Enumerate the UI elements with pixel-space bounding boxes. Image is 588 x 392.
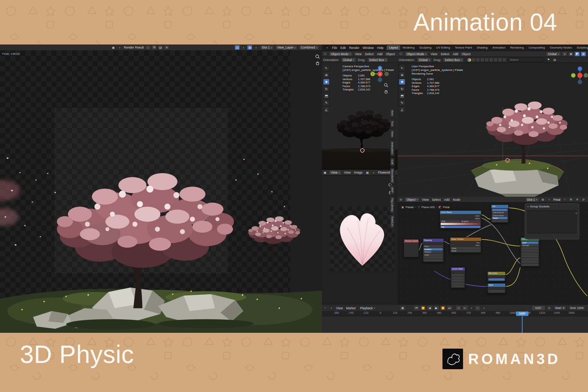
- sync-icon[interactable]: [475, 306, 480, 311]
- node-noise-texture[interactable]: Noise Texture Fac Color Scale Detail: [450, 237, 481, 253]
- node-mix-color[interactable]: Mix Color: [487, 271, 506, 282]
- jump-to-end-button[interactable]: [447, 305, 453, 311]
- tool-button[interactable]: ↖: [323, 65, 330, 71]
- workspace-tab[interactable]: Animation: [490, 45, 508, 50]
- view-menu[interactable]: View: [429, 52, 439, 56]
- node-view-menu[interactable]: View: [420, 198, 430, 202]
- color-wheel-icon[interactable]: [467, 58, 471, 62]
- tool-button[interactable]: ↻: [399, 86, 405, 92]
- pan-hand-icon[interactable]: [315, 60, 320, 66]
- node-math[interactable]: Math: [487, 283, 506, 293]
- proportional-edit-icon[interactable]: [568, 51, 574, 57]
- collapse-icon[interactable]: [527, 205, 528, 208]
- next-keyframe-button[interactable]: [440, 305, 446, 311]
- timeline-view-menu[interactable]: View: [334, 306, 344, 310]
- tool-button[interactable]: ↖: [399, 65, 405, 71]
- sidebar-tab[interactable]: Edit: [390, 157, 395, 167]
- sidebar-tab[interactable]: View: [390, 129, 395, 139]
- blender-menu-dropdown[interactable]: [325, 45, 330, 50]
- new-image-icon[interactable]: [151, 45, 157, 50]
- sidebar-tab[interactable]: Animation: [390, 140, 395, 156]
- image-mode-dropdown[interactable]: View: [329, 170, 341, 175]
- sidebar-tab[interactable]: RANCH: [390, 214, 395, 229]
- mode-dropdown[interactable]: Object Mode: [329, 51, 352, 57]
- tool-button[interactable]: ⬒: [323, 93, 330, 99]
- image-editor-canvas[interactable]: [322, 175, 398, 305]
- wireframe-icon[interactable]: [476, 58, 480, 62]
- image-datablock-dropdown[interactable]: [371, 170, 376, 175]
- prev-frame-button[interactable]: [455, 305, 462, 311]
- overlay-toggle-icon[interactable]: [502, 58, 506, 62]
- jump-to-start-button[interactable]: [413, 305, 420, 311]
- pin-icon[interactable]: [580, 197, 587, 203]
- workspace-tab[interactable]: Geometry Nodes: [547, 45, 574, 50]
- node-select-menu[interactable]: Select: [430, 198, 442, 202]
- auto-keying-icon[interactable]: [400, 306, 405, 311]
- workspace-tab[interactable]: Compositing: [526, 45, 547, 50]
- add-menu[interactable]: Add: [451, 52, 460, 56]
- xray-icon[interactable]: [494, 58, 498, 62]
- slot-dropdown[interactable]: Slot 1: [260, 45, 274, 50]
- tool-button[interactable]: ✚: [323, 79, 330, 85]
- view-layer-dropdown[interactable]: View_Layer: [275, 45, 297, 50]
- sidebar-tab[interactable]: Tool: [390, 119, 395, 128]
- drag-dropdown[interactable]: Select Box: [367, 57, 388, 63]
- drag-dropdown[interactable]: Select Box: [443, 57, 464, 63]
- node-mapping[interactable]: Mapping Point Location Rotation Scale: [423, 238, 444, 262]
- close-image-icon[interactable]: [164, 45, 169, 50]
- tool-button[interactable]: ∠: [399, 107, 405, 113]
- node-texture-coordinate[interactable]: Texture Coord...: [404, 239, 419, 257]
- sidebar-tab[interactable]: Rig Library: [390, 196, 395, 214]
- overlays-icon[interactable]: [581, 51, 586, 57]
- select-menu[interactable]: Select: [363, 52, 376, 56]
- tool-button[interactable]: ⬒: [399, 93, 405, 99]
- group-sockets-panel[interactable]: Group Sockets: [525, 203, 579, 239]
- orientation-dropdown[interactable]: Global: [417, 57, 432, 63]
- material-slot-dropdown[interactable]: Slot 1: [525, 197, 539, 202]
- timeline-editor-dropdown[interactable]: [329, 306, 334, 311]
- tool-button[interactable]: ✚: [399, 79, 405, 85]
- zoom-icon[interactable]: [315, 54, 320, 60]
- render-display-dropdown[interactable]: [241, 45, 246, 50]
- node-editor-icon[interactable]: [398, 197, 404, 202]
- timeline-marker-menu[interactable]: Marker: [344, 306, 357, 310]
- unlink-material-icon[interactable]: [574, 197, 580, 202]
- next-frame-button[interactable]: [462, 305, 468, 311]
- fake-user-icon[interactable]: [562, 197, 567, 202]
- topbar-menu-item[interactable]: Edit: [339, 46, 348, 50]
- collections-icon[interactable]: [552, 57, 557, 63]
- node-group[interactable]: Group Color Strength: [520, 237, 539, 267]
- fac-slider[interactable]: Fac: [441, 226, 480, 228]
- workspace-tab[interactable]: Rendering: [508, 45, 526, 50]
- end-frame-field[interactable]: End1200: [568, 305, 586, 311]
- copy-material-icon[interactable]: [568, 197, 574, 202]
- mode-dropdown[interactable]: Object Mode: [405, 51, 428, 57]
- workspace-tab[interactable]: Shading: [474, 45, 490, 50]
- workspace-tab[interactable]: Scripting: [574, 45, 588, 50]
- open-image-icon[interactable]: [158, 45, 163, 50]
- image-editor-icon[interactable]: [322, 170, 328, 175]
- editor-type-icon[interactable]: [398, 51, 404, 57]
- tool-button[interactable]: ⊕: [399, 72, 405, 78]
- node-mix[interactable]: Mix Clamp Result Clamp Factor Factor: [491, 204, 509, 223]
- object-menu[interactable]: Object: [460, 52, 472, 56]
- sidebar-tab[interactable]: ARP: [390, 185, 395, 195]
- search-input[interactable]: [507, 57, 545, 62]
- shader-type-dropdown[interactable]: Object: [405, 197, 420, 202]
- node-color-ramp[interactable]: Color Ramp Color Alpha RGB B-Spline Fac: [440, 210, 481, 229]
- topbar-menu-item[interactable]: Render: [347, 46, 361, 50]
- tool-button[interactable]: ⊕: [323, 72, 330, 78]
- tool-button[interactable]: ↻: [323, 86, 330, 92]
- render-view-dropdown[interactable]: [254, 45, 258, 50]
- topbar-menu-item[interactable]: File: [330, 46, 339, 50]
- tool-button[interactable]: ✎: [399, 100, 405, 106]
- solid-icon[interactable]: [480, 58, 484, 62]
- frame-snap-dropdown[interactable]: [469, 306, 474, 311]
- workspace-tab[interactable]: Texture Paint: [452, 45, 474, 50]
- timeline-editor-icon[interactable]: [322, 306, 328, 311]
- playhead-frame-badge[interactable]: 1157: [516, 311, 528, 316]
- sidebar-tab[interactable]: Item: [390, 108, 395, 118]
- render-pass-dropdown[interactable]: Combined: [299, 45, 319, 50]
- unlink-icon[interactable]: [145, 45, 151, 50]
- orientation-dropdown[interactable]: Global: [341, 57, 356, 63]
